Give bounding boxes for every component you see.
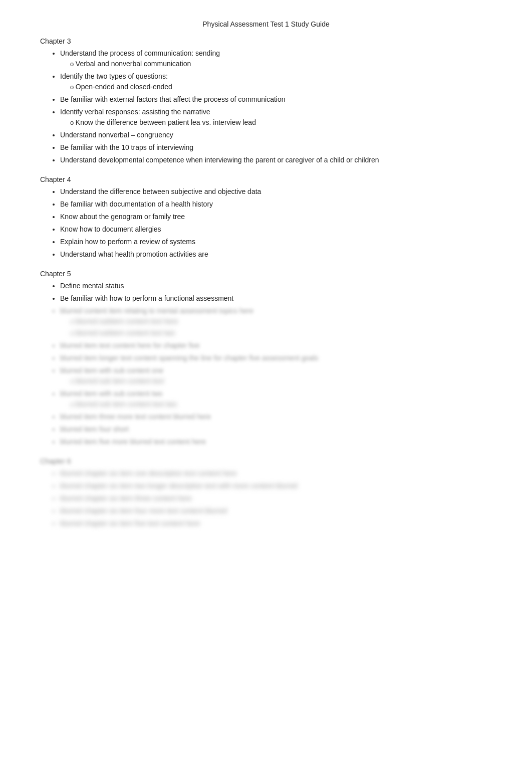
list-item: blurred item four short	[60, 424, 492, 435]
list-item: Know how to document allergies	[60, 224, 492, 235]
list-item: blurred item five more blurred text cont…	[60, 437, 492, 447]
sub-list: blurred sub item content text	[70, 376, 492, 386]
chapter6-section: Chapter 6 blurred chapter six item one d…	[40, 457, 492, 529]
list-item: Know about the genogram or family tree	[60, 212, 492, 222]
chapter4-section: Chapter 4 Understand the difference betw…	[40, 175, 492, 260]
sub-list: Verbal and nonverbal communication	[70, 59, 492, 69]
list-item: blurred chapter six item four more text …	[60, 506, 492, 516]
chapter4-list: Understand the difference between subjec…	[60, 186, 492, 260]
sub-list: blurred sub item content text two	[70, 399, 492, 410]
list-item: Be familiar with documentation of a heal…	[60, 199, 492, 210]
item-text: Understand the process of communication:…	[60, 49, 220, 57]
sub-list-item: blurred subitem content text two	[70, 328, 492, 338]
item-text: Identify verbal responses: assisting the…	[60, 108, 210, 116]
list-item: Define mental status	[60, 281, 492, 291]
list-item: Identify the two types of questions: Ope…	[60, 71, 492, 92]
blurred-text: blurred item with sub content two	[60, 389, 163, 398]
sub-list: blurred subitem content text here blurre…	[70, 316, 492, 338]
list-item: Understand the difference between subjec…	[60, 186, 492, 197]
chapter5-heading: Chapter 5	[40, 270, 492, 278]
chapter3-list: Understand the process of communication:…	[60, 48, 492, 165]
list-item: Be familiar with how to perform a functi…	[60, 293, 492, 304]
sub-list-item: blurred sub item content text	[70, 376, 492, 386]
sub-list: Know the difference between patient lea …	[70, 117, 492, 128]
sub-list-item: Open-ended and closed-ended	[70, 82, 492, 92]
chapter6-heading: Chapter 6	[40, 457, 492, 465]
chapter6-list: blurred chapter six item one description…	[60, 468, 492, 529]
chapter3-heading: Chapter 3	[40, 37, 492, 45]
sub-list-item: blurred sub item content text two	[70, 399, 492, 410]
list-item: blurred item three more text content blu…	[60, 412, 492, 422]
item-text: Identify the two types of questions:	[60, 72, 168, 80]
list-item: blurred item with sub content one blurre…	[60, 365, 492, 386]
list-item: Identify verbal responses: assisting the…	[60, 107, 492, 128]
list-item: blurred chapter six item five text conte…	[60, 518, 492, 529]
list-item: Be familiar with the 10 traps of intervi…	[60, 142, 492, 153]
blurred-text: blurred content item relating to mental …	[60, 307, 253, 315]
sub-list-item: blurred subitem content text here	[70, 316, 492, 327]
list-item: blurred chapter six item one description…	[60, 468, 492, 479]
sub-list-item: Verbal and nonverbal communication	[70, 59, 492, 69]
list-item: blurred item with sub content two blurre…	[60, 388, 492, 410]
list-item: Understand nonverbal – congruency	[60, 130, 492, 140]
list-item: Be familiar with external factors that a…	[60, 94, 492, 105]
chapter5-section: Chapter 5 Define mental status Be famili…	[40, 270, 492, 447]
list-item: Understand developmental competence when…	[60, 155, 492, 165]
list-item: blurred chapter six item two longer desc…	[60, 481, 492, 491]
list-item: blurred item longer text content spannin…	[60, 353, 492, 363]
list-item: Explain how to perform a review of syste…	[60, 237, 492, 247]
list-item: Understand the process of communication:…	[60, 48, 492, 69]
chapter5-list: Define mental status Be familiar with ho…	[60, 281, 492, 447]
sub-list-item: Know the difference between patient lea …	[70, 117, 492, 128]
sub-list: Open-ended and closed-ended	[70, 82, 492, 92]
list-item: blurred content item relating to mental …	[60, 306, 492, 338]
list-item blurred: blurred item text content here for chapt…	[60, 340, 492, 351]
page-title: Physical Assessment Test 1 Study Guide	[40, 20, 492, 28]
blurred-text: blurred item with sub content one	[60, 366, 163, 374]
chapter4-heading: Chapter 4	[40, 175, 492, 183]
chapter3-section: Chapter 3 Understand the process of comm…	[40, 37, 492, 165]
list-item: blurred chapter six item three content h…	[60, 493, 492, 504]
list-item: Understand what health promotion activit…	[60, 249, 492, 260]
